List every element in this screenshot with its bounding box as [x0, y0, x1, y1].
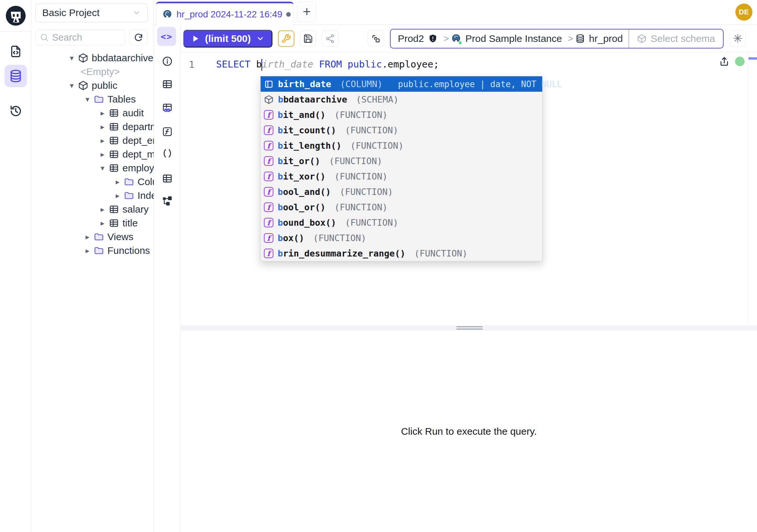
tree-caret-icon[interactable]: ▾: [67, 81, 76, 90]
breadcrumb-environment[interactable]: Prod2: [398, 33, 444, 44]
tree-item-label: <Empty>: [80, 66, 120, 77]
tree-item-label: Tables: [107, 94, 136, 105]
tree-caret-icon[interactable]: ▾: [98, 164, 107, 172]
breadcrumb-instance[interactable]: Prod Sample Instance: [451, 33, 568, 44]
tree-item-title[interactable]: ▸title: [31, 216, 154, 230]
tree-caret-icon[interactable]: ▸: [98, 136, 107, 145]
connection-healthy-dot: [735, 57, 744, 66]
tree-caret-icon[interactable]: ▸: [82, 246, 92, 255]
autocomplete-item-bit-xor-[interactable]: fbit_xor()(FUNCTION): [260, 169, 542, 184]
search-box[interactable]: [35, 29, 125, 45]
tree-item-department[interactable]: ▸department: [31, 120, 154, 134]
project-selector[interactable]: Basic Project: [35, 3, 148, 22]
tree-caret-icon[interactable]: ▸: [113, 191, 122, 200]
tree-item-indexes[interactable]: ▸Indexes: [31, 189, 154, 203]
schema-diagram-icon[interactable]: [162, 195, 173, 206]
tree-item-salary[interactable]: ▸salary: [31, 203, 154, 216]
splitter-drag-handle[interactable]: [456, 326, 483, 331]
database-icon: [9, 69, 23, 83]
sql-editor[interactable]: 1 SELECT birth_date FROM public.employee…: [181, 52, 757, 325]
tree-caret-icon[interactable]: ▸: [98, 109, 107, 118]
autocomplete-item-bit-length-[interactable]: fbit_length()(FUNCTION): [260, 138, 542, 153]
autocomplete-label: bool_or(): [278, 202, 325, 212]
rail-item-history[interactable]: [5, 100, 27, 122]
format-sql-button[interactable]: [278, 30, 294, 47]
autocomplete-item-bit-count-[interactable]: fbit_count()(FUNCTION): [260, 122, 542, 138]
rail-item-worksheet[interactable]: [5, 40, 27, 63]
parentheses-icon[interactable]: [162, 148, 173, 159]
save-sheet-button[interactable]: [300, 30, 316, 47]
schema-cube-icon: [637, 34, 647, 44]
tree-caret-icon[interactable]: ▸: [82, 233, 92, 241]
tree-caret-icon[interactable]: ▸: [98, 122, 107, 131]
autocomplete-type: (FUNCTION): [345, 125, 399, 135]
autocomplete-label: bit_or(): [278, 156, 320, 166]
autocomplete-item-brin-desummarize-range-[interactable]: fbrin_desummarize_range()(FUNCTION): [260, 246, 542, 261]
refresh-button[interactable]: [129, 29, 148, 45]
autocomplete-type: (FUNCTION): [414, 248, 468, 259]
tree-item-dept-emp[interactable]: ▸dept_emp: [31, 134, 154, 147]
autocomplete-type: (FUNCTION): [334, 171, 388, 181]
tree-caret-icon[interactable]: ▾: [67, 54, 76, 63]
info-icon[interactable]: [162, 56, 173, 67]
tree-caret-icon[interactable]: ▾: [82, 95, 92, 104]
tree-caret-icon[interactable]: ▸: [113, 177, 122, 186]
upload-icon[interactable]: [719, 56, 730, 67]
table-icon: [109, 121, 119, 132]
rail-item-databases[interactable]: [5, 65, 27, 87]
tree-caret-icon[interactable]: ▸: [98, 205, 107, 214]
tree-item-tables[interactable]: ▾Tables: [31, 92, 154, 106]
connection-breadcrumb[interactable]: Prod2 >: [390, 29, 724, 48]
autocomplete-item-bit-or-[interactable]: fbit_or()(FUNCTION): [260, 153, 542, 169]
run-options-chevron-icon[interactable]: [256, 34, 264, 43]
tree-item-employee[interactable]: ▾employee: [31, 161, 154, 175]
autocomplete-type: (FUNCTION): [334, 110, 388, 120]
tree-item-dept-mana-[interactable]: ▸dept_mana...: [31, 147, 154, 161]
tree-caret-icon[interactable]: ▸: [98, 219, 107, 228]
tree-item-functions[interactable]: ▸Functions: [31, 244, 154, 258]
schema-cube-icon: [264, 95, 274, 105]
autocomplete-label: bbdataarchive: [278, 94, 347, 105]
postgres-icon: [162, 9, 172, 20]
panel-splitter[interactable]: [181, 325, 757, 331]
tree-caret-icon[interactable]: ▸: [98, 150, 107, 159]
tree-item-views[interactable]: ▸Views: [31, 230, 154, 244]
tree-item-label: public: [92, 80, 117, 91]
autocomplete-item-bool-or-[interactable]: fbool_or()(FUNCTION): [260, 200, 542, 215]
switch-connection-button[interactable]: [368, 30, 384, 47]
editor-toolbar: (limit 500): [181, 25, 757, 52]
app-logo[interactable]: [0, 0, 31, 32]
table-icon: [109, 218, 119, 228]
worksheet-tab[interactable]: hr_prod 2024-11-22 16:49: [156, 2, 294, 25]
tree-item--empty-[interactable]: <Empty>: [31, 65, 154, 78]
autocomplete-item-bool-and-[interactable]: fbool_and()(FUNCTION): [260, 184, 542, 200]
table-masking-icon[interactable]: [162, 103, 173, 114]
user-avatar[interactable]: DE: [735, 4, 752, 21]
table-detail-icon[interactable]: [162, 78, 173, 90]
autocomplete-item-bound-box-[interactable]: fbound_box()(FUNCTION): [260, 215, 542, 230]
tree-item-audit[interactable]: ▸audit: [31, 106, 154, 120]
tree-item-bbdataarchive[interactable]: ▾bbdataarchive: [31, 51, 154, 65]
function-icon[interactable]: [162, 126, 173, 137]
schema-cube-icon: [78, 80, 88, 91]
tree-item-columns[interactable]: ▸Columns: [31, 175, 154, 189]
autocomplete-item-bbdataarchive[interactable]: bbdataarchive(SCHEMA): [260, 92, 542, 107]
folder-icon: [94, 232, 104, 242]
search-input[interactable]: [52, 32, 121, 43]
code-view-toggle[interactable]: <>: [157, 27, 176, 46]
new-tab-button[interactable]: +: [297, 1, 317, 22]
environment-label: Prod2: [398, 33, 424, 44]
share-sheet-button[interactable]: [322, 30, 338, 47]
schema-selector[interactable]: Select schema: [629, 33, 723, 44]
ai-assistant-button[interactable]: ✳: [730, 30, 746, 47]
tab-bar: hr_prod 2024-11-22 16:49 + DE: [154, 0, 757, 25]
tree-item-label: Functions: [107, 245, 150, 256]
tree-item-public[interactable]: ▾public: [31, 78, 154, 92]
overview-ruler[interactable]: [748, 52, 757, 325]
autocomplete-item-bit-and-[interactable]: fbit_and()(FUNCTION): [260, 107, 542, 122]
run-query-button[interactable]: (limit 500): [183, 30, 272, 47]
autocomplete-item-birth-date[interactable]: birth_date(COLUMN)public.employee | date…: [260, 76, 542, 92]
breadcrumb-database[interactable]: hr_prod: [575, 33, 629, 44]
table-data-icon[interactable]: [162, 173, 173, 184]
autocomplete-item-box-[interactable]: fbox()(FUNCTION): [260, 230, 542, 246]
